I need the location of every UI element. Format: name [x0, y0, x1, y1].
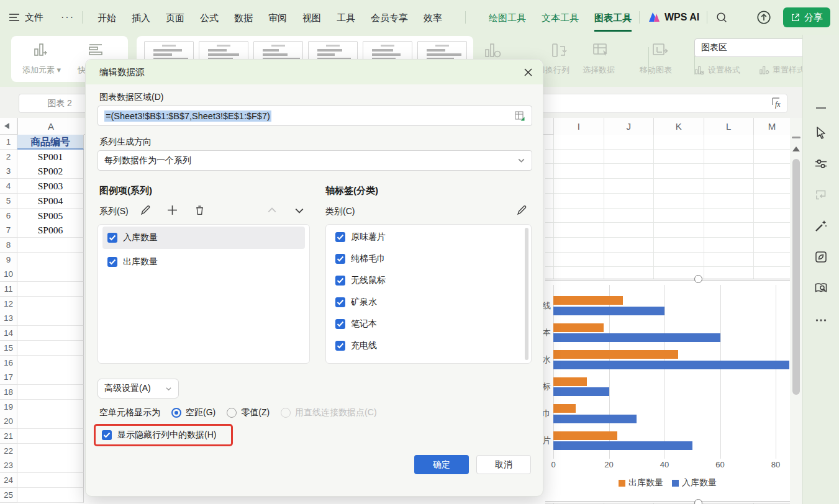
cell-a14[interactable] [17, 326, 84, 341]
legend-item[interactable]: 出库数量 [619, 477, 663, 488]
quick-layout-icon[interactable] [87, 41, 104, 58]
row-header-9[interactable]: 9 [0, 253, 17, 268]
category-item[interactable]: 原味薯片 [330, 227, 520, 246]
bar-出库数量-笔记本[interactable] [553, 323, 604, 332]
add-element-button[interactable]: 添加元素 ▾ [22, 65, 61, 76]
cell-a16[interactable] [17, 356, 84, 371]
show-hidden-checkbox[interactable] [102, 430, 112, 440]
move-chart-button[interactable]: 移动图表 [640, 65, 672, 76]
checkbox-icon[interactable] [107, 233, 117, 243]
checkbox-icon[interactable] [335, 341, 345, 351]
scrollbar-thumb[interactable] [792, 159, 800, 395]
move-series-up-icon[interactable] [267, 206, 277, 215]
data-range-input[interactable]: =(Sheet3!$B$1:$B$7,Sheet3!$E$1:$F$7) [98, 106, 532, 126]
row-header-20[interactable]: 20 [0, 414, 17, 429]
row-header-4[interactable]: 4 [0, 179, 17, 194]
menu-file[interactable]: 文件 [25, 12, 43, 24]
row-header-3[interactable]: 3 [0, 164, 17, 179]
select-data-button[interactable]: 选择数据 [583, 65, 615, 76]
menu-more[interactable]: ··· [61, 12, 75, 23]
menu-tab-efficiency[interactable]: 效率 [424, 3, 442, 32]
bar-入库数量-充电线[interactable] [553, 307, 664, 315]
column-header-l[interactable]: L [704, 118, 754, 135]
scroll-up-arrow[interactable] [792, 146, 800, 151]
delete-series-icon[interactable] [194, 205, 205, 215]
row-header-7[interactable]: 7 [0, 223, 17, 238]
search-icon[interactable] [715, 11, 728, 24]
close-icon[interactable] [522, 66, 534, 78]
change-chart-type-icon[interactable] [483, 41, 502, 60]
category-listbox[interactable]: 原味薯片纯棉毛巾无线鼠标矿泉水笔记本充电线 [325, 224, 532, 364]
wps-ai-button[interactable]: WPS AI [647, 11, 699, 24]
menu-tab-chart-tools[interactable]: 图表工具 [594, 3, 632, 32]
move-chart-icon[interactable] [651, 41, 669, 60]
cell-a11[interactable] [17, 282, 84, 297]
cell-a21[interactable] [17, 429, 84, 444]
radio-gap-option[interactable]: 空距(G) [171, 407, 215, 418]
radio-icon[interactable] [227, 408, 237, 418]
menu-tab-tools[interactable]: 工具 [337, 3, 355, 32]
bar-入库数量-矿泉水[interactable] [553, 361, 789, 369]
cell-a12[interactable] [17, 297, 84, 312]
ok-button[interactable]: 确定 [414, 455, 469, 474]
adjust-settings-icon[interactable] [814, 156, 828, 171]
reading-search-icon[interactable] [814, 281, 828, 295]
cell-a25[interactable] [17, 488, 84, 503]
cancel-button[interactable]: 取消 [476, 455, 531, 474]
checkbox-icon[interactable] [107, 257, 117, 267]
cell-a22[interactable] [17, 444, 84, 459]
cell-a15[interactable] [17, 341, 84, 356]
add-series-icon[interactable] [167, 205, 178, 215]
radio-zero-option[interactable]: 零值(Z) [227, 407, 270, 418]
row-header-22[interactable]: 22 [0, 444, 17, 459]
series-direction-select[interactable]: 每列数据作为一个系列 [98, 150, 532, 171]
row-header-18[interactable]: 18 [0, 385, 17, 400]
bar-入库数量-原味薯片[interactable] [553, 441, 692, 450]
menu-tab-page[interactable]: 页面 [166, 3, 184, 32]
cell-a5[interactable]: SP004 [17, 194, 84, 209]
share-button[interactable]: 分享 [783, 7, 830, 27]
cell-a13[interactable] [17, 311, 84, 326]
row-header-24[interactable]: 24 [0, 473, 17, 488]
cell-a8[interactable] [17, 238, 84, 253]
cell-a24[interactable] [17, 473, 84, 488]
checkbox-icon[interactable] [335, 232, 345, 242]
row-header-19[interactable]: 19 [0, 400, 17, 415]
menu-tab-membership[interactable]: 会员专享 [371, 3, 408, 32]
checkbox-icon[interactable] [335, 319, 345, 329]
add-element-icon[interactable] [32, 41, 50, 58]
row-header-17[interactable]: 17 [0, 370, 17, 385]
column-header-j[interactable]: J [604, 118, 654, 135]
switch-rowcol-icon[interactable] [550, 41, 568, 60]
cell-a2[interactable]: SP001 [17, 150, 84, 164]
cell-a18[interactable] [17, 385, 84, 400]
checkbox-icon[interactable] [335, 276, 345, 286]
cell-a3[interactable]: SP002 [17, 164, 84, 179]
category-item[interactable]: 充电线 [330, 336, 520, 355]
cursor-icon[interactable] [814, 125, 828, 140]
upload-icon[interactable] [756, 9, 772, 25]
rotate-loop-icon[interactable] [814, 187, 828, 202]
menu-tab-review[interactable]: 审阅 [268, 3, 287, 32]
series-item[interactable]: 入库数量 [102, 227, 305, 249]
series-listbox[interactable]: 入库数量出库数量 [98, 224, 310, 364]
category-item[interactable]: 矿泉水 [330, 292, 520, 312]
cell-a23[interactable] [17, 458, 84, 473]
row-header-12[interactable]: 12 [0, 297, 17, 312]
row-header-14[interactable]: 14 [0, 326, 17, 341]
bar-入库数量-无线鼠标[interactable] [553, 387, 609, 396]
radio-selected-icon[interactable] [171, 408, 181, 418]
cell-a4[interactable]: SP003 [17, 179, 84, 194]
bar-出库数量-充电线[interactable] [553, 296, 623, 305]
split-handle[interactable] [792, 137, 800, 138]
cell-a1[interactable]: 商品编号 [17, 135, 84, 150]
edit-category-icon[interactable] [517, 205, 527, 215]
row-header-10[interactable]: 10 [0, 267, 17, 282]
bar-入库数量-纯棉毛巾[interactable] [553, 415, 637, 423]
bar-出库数量-原味薯片[interactable] [553, 431, 617, 440]
row-header-5[interactable]: 5 [0, 194, 17, 209]
magic-wand-icon[interactable] [814, 218, 828, 233]
bar-出库数量-纯棉毛巾[interactable] [553, 404, 576, 413]
menu-tab-data[interactable]: 数据 [234, 3, 253, 32]
legend-item[interactable]: 入库数量 [672, 477, 717, 488]
